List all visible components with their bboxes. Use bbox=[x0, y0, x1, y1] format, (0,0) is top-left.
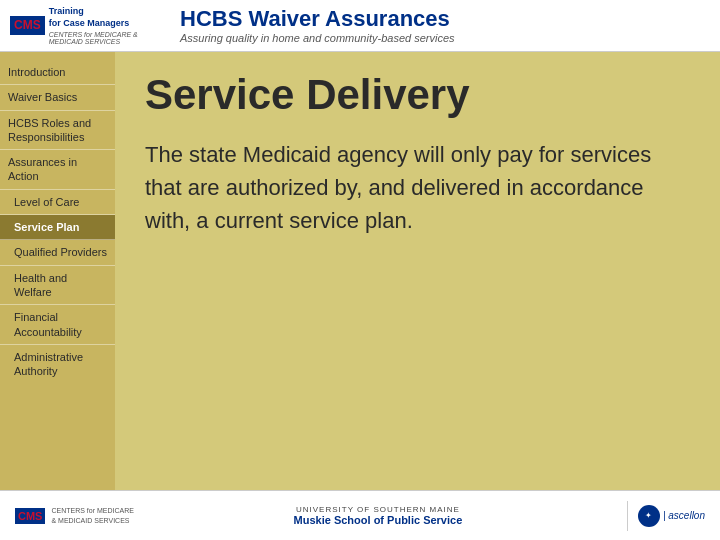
sidebar: IntroductionWaiver BasicsHCBS Roles and … bbox=[0, 52, 115, 490]
cms-training-label: Training bbox=[49, 6, 170, 18]
content-body: The state Medicaid agency will only pay … bbox=[145, 138, 690, 237]
footer-cms-subtext: CENTERS for MEDICARE& MEDICAID SERVICES bbox=[51, 506, 133, 524]
footer-cms-logo: CMS CENTERS for MEDICARE& MEDICAID SERVI… bbox=[15, 506, 134, 524]
ascellon-logo: ✦ | ascellon bbox=[638, 505, 705, 527]
header-title-area: HCBS Waiver Assurances Assuring quality … bbox=[170, 7, 710, 43]
sidebar-item-administrative-authority[interactable]: Administrative Authority bbox=[0, 345, 115, 384]
sidebar-item-financial-accountability[interactable]: Financial Accountability bbox=[0, 305, 115, 345]
sidebar-item-introduction[interactable]: Introduction bbox=[0, 60, 115, 85]
footer-ascellon: ✦ | ascellon bbox=[622, 501, 705, 531]
university-name: UNIVERSITY OF SOUTHERN MAINE bbox=[294, 505, 463, 514]
ascellon-icon: ✦ bbox=[638, 505, 660, 527]
footer-cms-text: CMS bbox=[18, 510, 42, 522]
footer-divider bbox=[627, 501, 628, 531]
sidebar-item-health-and-welfare[interactable]: Health and Welfare bbox=[0, 266, 115, 306]
page-main-title: HCBS Waiver Assurances bbox=[180, 7, 710, 31]
sidebar-item-level-of-care[interactable]: Level of Care bbox=[0, 190, 115, 215]
content-title: Service Delivery bbox=[145, 72, 690, 118]
cms-small-label: CENTERS for MEDICARE & MEDICAID SERVICES bbox=[49, 31, 170, 45]
sidebar-item-assurances-in-action[interactable]: Assurances in Action bbox=[0, 150, 115, 190]
content-area: Service Delivery The state Medicaid agen… bbox=[115, 52, 720, 490]
cms-logo-cms: CMS bbox=[14, 18, 41, 32]
cms-logo: CMS Training for Case Managers CENTERS f… bbox=[10, 6, 170, 44]
school-name: Muskie School of Public Service bbox=[294, 514, 463, 526]
footer-university: UNIVERSITY OF SOUTHERN MAINE Muskie Scho… bbox=[294, 505, 463, 526]
header-logo-left: CMS Training for Case Managers CENTERS f… bbox=[10, 6, 170, 44]
footer: CMS CENTERS for MEDICARE& MEDICAID SERVI… bbox=[0, 490, 720, 540]
cms-logo-box: CMS bbox=[10, 16, 45, 35]
page-subtitle: Assuring quality in home and community-b… bbox=[180, 32, 710, 44]
main-layout: IntroductionWaiver BasicsHCBS Roles and … bbox=[0, 52, 720, 490]
footer-cms-box: CMS bbox=[15, 508, 45, 524]
sidebar-item-waiver-basics[interactable]: Waiver Basics bbox=[0, 85, 115, 110]
sidebar-item-qualified-providers[interactable]: Qualified Providers bbox=[0, 240, 115, 265]
sidebar-item-service-plan[interactable]: Service Plan bbox=[0, 215, 115, 240]
cms-for-label: for Case Managers bbox=[49, 18, 170, 30]
header: CMS Training for Case Managers CENTERS f… bbox=[0, 0, 720, 52]
ascellon-label: | ascellon bbox=[663, 510, 705, 521]
sidebar-item-hcbs-roles-and-responsibilities[interactable]: HCBS Roles and Responsibilities bbox=[0, 111, 115, 151]
